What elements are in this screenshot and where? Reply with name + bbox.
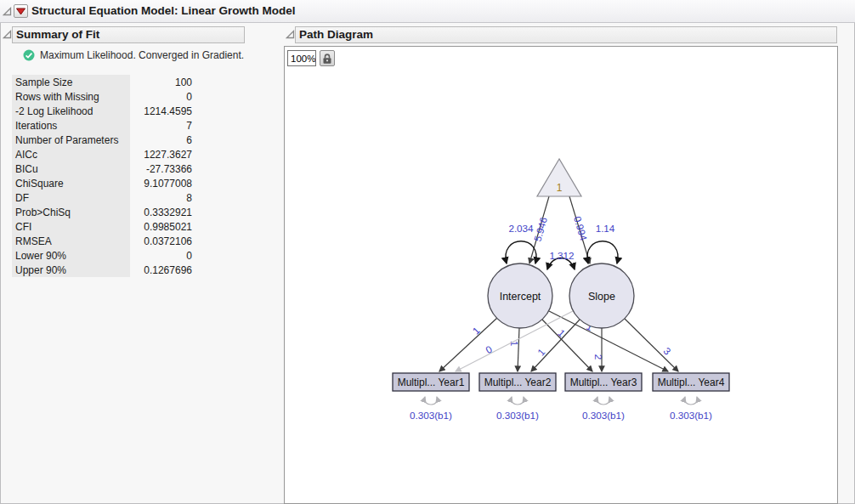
path-diagram-svg[interactable]: 5.9460.994111101232.0341.141.3121Interce… bbox=[285, 47, 837, 503]
manifest-label: Multipl... Year2 bbox=[484, 377, 552, 388]
summary-of-fit-table: Sample Size100Rows with Missing0-2 Log L… bbox=[12, 75, 192, 277]
fit-statistic-value: 1227.3627 bbox=[130, 149, 192, 161]
fit-row: RMSEA0.0372106 bbox=[12, 234, 192, 248]
fit-statistic-label: Upper 90% bbox=[12, 263, 130, 277]
fit-statistic-label: AICc bbox=[12, 147, 130, 161]
convergence-status: Maximum Likelihood. Converged in Gradien… bbox=[23, 48, 244, 62]
edge-estimate-label: 0.994 bbox=[572, 215, 590, 242]
edge-estimate-label: 2.034 bbox=[508, 223, 534, 234]
fit-statistic-label: RMSEA bbox=[12, 234, 130, 248]
residual-estimate-label: 0.303(b1) bbox=[670, 410, 712, 421]
success-check-icon bbox=[23, 49, 35, 61]
fit-statistic-label: -2 Log Likelihood bbox=[12, 104, 130, 118]
fit-statistic-value: 8 bbox=[130, 192, 192, 204]
fit-statistic-label: BICu bbox=[12, 161, 130, 176]
fit-row: -2 Log Likelihood1214.4595 bbox=[12, 104, 192, 118]
fit-statistic-value: 9.1077008 bbox=[130, 178, 192, 190]
edge-estimate-label: 1.312 bbox=[549, 250, 574, 261]
residual-estimate-label: 0.303(b1) bbox=[582, 410, 625, 421]
fit-statistic-value: 0.0372106 bbox=[130, 235, 192, 247]
lock-button[interactable] bbox=[320, 50, 335, 66]
latent-label: Intercept bbox=[500, 291, 541, 303]
residual-variance-loop[interactable] bbox=[512, 397, 524, 405]
manifest-label: Multipl... Year4 bbox=[658, 377, 725, 388]
fit-statistic-value: 7 bbox=[130, 120, 192, 132]
fit-statistic-value: 0 bbox=[130, 91, 192, 103]
fit-statistic-value: 6 bbox=[130, 134, 192, 146]
fit-statistic-value: 0.9985021 bbox=[130, 221, 192, 233]
fit-statistic-label: CFI bbox=[12, 219, 130, 234]
fit-statistic-value: 1214.4595 bbox=[130, 105, 192, 117]
manifest-label: Multipl... Year3 bbox=[570, 377, 637, 388]
lock-icon bbox=[322, 53, 332, 65]
path-edge-intercept-to-year2[interactable] bbox=[518, 328, 519, 371]
fit-row: Number of Parameters6 bbox=[12, 133, 192, 147]
variance-edge-slope-variance[interactable] bbox=[587, 241, 618, 263]
path-diagram-canvas[interactable]: 5.9460.994111101232.0341.141.3121Interce… bbox=[284, 46, 838, 504]
edge-estimate-label: 1 bbox=[556, 327, 568, 339]
red-triangle-icon bbox=[14, 5, 27, 17]
fit-statistic-value: 0.3332921 bbox=[130, 207, 192, 218]
fit-row: ChiSquare9.1077008 bbox=[12, 176, 192, 190]
summary-of-fit-header[interactable]: Summary of Fit bbox=[12, 26, 245, 43]
fit-row: AICc1227.3627 bbox=[12, 147, 192, 161]
residual-estimate-label: 0.303(b1) bbox=[496, 410, 539, 421]
fit-row: Iterations7 bbox=[12, 118, 192, 133]
fit-row: Upper 90%0.1267696 bbox=[12, 263, 192, 277]
path-edge-slope-to-year2[interactable] bbox=[531, 320, 580, 371]
path-diagram-disclosure-icon[interactable] bbox=[286, 30, 295, 39]
fit-statistic-value: 0.1267696 bbox=[130, 264, 192, 276]
manifest-label: Multipl... Year1 bbox=[398, 377, 465, 388]
edge-estimate-label: 3 bbox=[661, 345, 673, 357]
fit-row: Rows with Missing0 bbox=[12, 89, 192, 104]
disclosure-triangle-icon[interactable] bbox=[3, 7, 12, 16]
fit-statistic-label: DF bbox=[12, 190, 130, 205]
fit-statistic-label: Number of Parameters bbox=[12, 133, 130, 147]
edge-estimate-label: 5.946 bbox=[531, 216, 549, 243]
fit-statistic-label: Iterations bbox=[12, 118, 130, 133]
constant-label: 1 bbox=[557, 182, 563, 194]
summary-disclosure-icon[interactable] bbox=[3, 30, 12, 39]
report-title: Structural Equation Model: Linear Growth… bbox=[31, 4, 296, 17]
variance-edge-intercept-variance[interactable] bbox=[506, 241, 536, 263]
fit-statistic-value: 0 bbox=[130, 250, 192, 262]
red-triangle-menu-button[interactable] bbox=[14, 4, 28, 18]
fit-statistic-label: Prob>ChiSq bbox=[12, 205, 130, 219]
latent-label: Slope bbox=[588, 291, 615, 303]
jmp-report-window: Structural Equation Model: Linear Growth… bbox=[0, 0, 855, 504]
fit-row: Lower 90%0 bbox=[12, 248, 192, 263]
fit-statistic-label: Sample Size bbox=[12, 75, 130, 89]
path-diagram-header[interactable]: Path Diagram bbox=[295, 26, 837, 43]
residual-variance-loop[interactable] bbox=[597, 397, 610, 405]
fit-statistic-label: Lower 90% bbox=[12, 248, 130, 263]
report-titlebar: Structural Equation Model: Linear Growth… bbox=[0, 0, 855, 23]
fit-row: DF8 bbox=[12, 190, 192, 205]
edge-estimate-label: 0 bbox=[484, 343, 494, 356]
fit-row: Sample Size100 bbox=[12, 75, 192, 89]
zoom-level-input[interactable] bbox=[287, 50, 316, 66]
residual-variance-loop[interactable] bbox=[685, 397, 698, 405]
fit-row: BICu-27.73366 bbox=[12, 161, 192, 176]
fit-row: CFI0.9985021 bbox=[12, 219, 192, 234]
convergence-text: Maximum Likelihood. Converged in Gradien… bbox=[40, 49, 244, 61]
fit-statistic-value: 100 bbox=[130, 76, 192, 88]
edge-estimate-label: 2 bbox=[593, 354, 604, 360]
residual-variance-loop[interactable] bbox=[425, 397, 438, 405]
fit-row: Prob>ChiSq0.3332921 bbox=[12, 205, 192, 219]
fit-statistic-value: -27.73366 bbox=[130, 163, 192, 175]
fit-statistic-label: ChiSquare bbox=[12, 176, 130, 190]
residual-estimate-label: 0.303(b1) bbox=[410, 410, 452, 421]
path-edge-intercept-to-year3[interactable] bbox=[542, 320, 592, 371]
fit-statistic-label: Rows with Missing bbox=[12, 89, 130, 104]
edge-estimate-label: 1.14 bbox=[596, 223, 615, 234]
